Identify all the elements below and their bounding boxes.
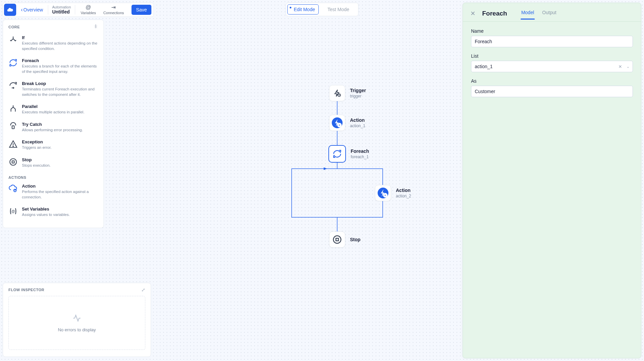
parallel-icon <box>8 104 18 113</box>
svg-rect-2 <box>12 126 14 129</box>
svg-rect-14 <box>292 169 383 217</box>
stop-icon <box>8 157 18 167</box>
palette-item-stop[interactable]: StopStops execution. <box>6 154 101 172</box>
trigger-chip <box>329 85 345 101</box>
mode-toggle: Edit Mode Test Mode <box>286 3 358 16</box>
pin-icon[interactable] <box>93 24 98 30</box>
list-label: List <box>471 53 633 59</box>
inspector-empty-text: No errors to display <box>58 327 96 332</box>
cloud-icon <box>7 6 13 13</box>
top-bar: ‹ Overview Automation Untitled @ Variabl… <box>3 3 154 17</box>
svg-point-7 <box>10 159 17 165</box>
overview-link[interactable]: ‹ Overview <box>20 7 45 12</box>
chevron-down-icon[interactable]: ⌄ <box>626 64 630 69</box>
break-icon <box>8 81 18 90</box>
branch-icon <box>8 35 18 45</box>
as-input[interactable] <box>471 86 633 97</box>
palette-item-trycatch[interactable]: Try CatchAllows performing error process… <box>6 118 101 136</box>
tab-model[interactable]: Model <box>521 8 535 19</box>
automation-label: Automation <box>52 5 71 9</box>
expand-icon[interactable]: ⤢ <box>141 287 145 293</box>
node-trigger[interactable]: Triggertrigger <box>329 85 366 101</box>
flow-inspector-panel: FLOW INSPECTOR ⤢ No errors to display <box>3 283 151 357</box>
loop-icon <box>8 58 18 67</box>
action-chip <box>375 185 391 201</box>
logo-button[interactable] <box>4 4 16 16</box>
svg-marker-15 <box>324 167 327 170</box>
svg-text:@: @ <box>11 210 15 214</box>
clear-icon[interactable]: ✕ <box>618 64 622 69</box>
palette-item-break[interactable]: Break LoopTerminates current Foreach exe… <box>6 78 101 101</box>
separator <box>48 5 48 15</box>
inspector-label: FLOW INSPECTOR <box>8 288 44 292</box>
chevron-left-icon: ‹ <box>21 7 23 12</box>
login-icon: ⇥ <box>111 5 116 10</box>
node-action-1[interactable]: Actionaction_1 <box>329 115 365 131</box>
pulse-icon <box>72 314 81 325</box>
svg-rect-8 <box>12 161 14 163</box>
stop-chip <box>329 231 345 248</box>
variables-button[interactable]: @ Variables <box>79 5 98 15</box>
action-icon <box>8 184 18 193</box>
trycatch-icon <box>8 122 18 131</box>
variables-icon: @ <box>8 206 18 216</box>
name-input[interactable] <box>471 36 633 47</box>
edit-mode-button[interactable]: Edit Mode <box>287 4 319 15</box>
test-mode-button[interactable]: Test Mode <box>324 5 353 14</box>
list-select[interactable] <box>471 61 633 72</box>
panel-title: Foreach <box>482 10 507 17</box>
svg-point-23 <box>333 236 341 244</box>
palette-item-if[interactable]: IfExecutes different actions depending o… <box>6 32 101 55</box>
node-action-2[interactable]: Actionaction_2 <box>375 185 411 201</box>
svg-rect-24 <box>336 238 339 241</box>
node-foreach[interactable]: Foreachforeach_1 <box>328 145 369 163</box>
save-button[interactable]: Save <box>131 5 152 15</box>
inspector-body: No errors to display <box>8 296 145 350</box>
palette-item-setvars[interactable]: @ Set VariablesAssigns values to variabl… <box>6 203 101 221</box>
connections-button[interactable]: ⇥ Connections <box>101 5 126 15</box>
separator <box>75 5 75 15</box>
close-icon[interactable]: ✕ <box>470 10 475 17</box>
automation-title[interactable]: Automation Untitled <box>52 5 72 15</box>
svg-point-6 <box>13 146 13 147</box>
palette-item-parallel[interactable]: ParallelExecutes multiple actions in par… <box>6 101 101 118</box>
tab-output[interactable]: Output <box>541 8 557 19</box>
warning-icon <box>8 139 18 149</box>
palette-item-foreach[interactable]: ForeachExecutes a branch for each of the… <box>6 55 101 78</box>
as-label: As <box>471 78 633 84</box>
overview-label: Overview <box>23 7 43 12</box>
palette-item-action[interactable]: ActionPerforms the specified action agai… <box>6 180 101 203</box>
at-icon: @ <box>86 5 91 10</box>
palette-item-exception[interactable]: ExceptionTriggers an error. <box>6 136 101 154</box>
palette-panel: CORE IfExecutes different actions depend… <box>3 20 104 228</box>
node-stop[interactable]: Stop <box>329 231 360 248</box>
automation-name: Untitled <box>52 9 71 15</box>
core-section-label: CORE <box>8 25 20 29</box>
name-label: Name <box>471 28 633 34</box>
properties-panel: ✕ Foreach Model Output Name List ✕ ⌄ As <box>463 3 641 358</box>
actions-section-label: ACTIONS <box>6 171 101 180</box>
foreach-chip <box>328 145 346 163</box>
action-chip <box>329 115 345 131</box>
